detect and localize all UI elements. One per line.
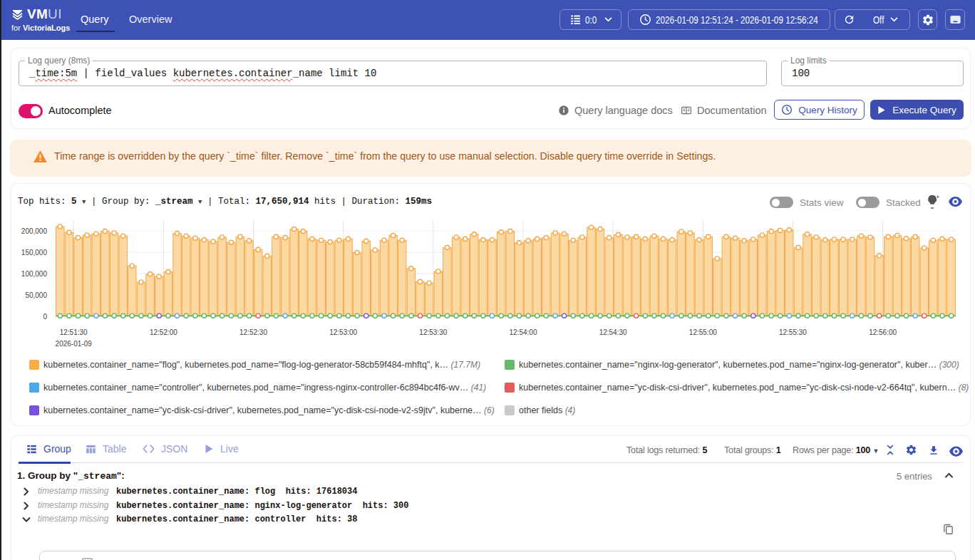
- svg-text:12:53:00: 12:53:00: [329, 328, 357, 336]
- svg-text:12:52:00: 12:52:00: [150, 328, 177, 336]
- svg-text:200,000: 200,000: [21, 227, 48, 235]
- svg-text:12:51:30: 12:51:30: [60, 328, 88, 336]
- svg-text:12:53:30: 12:53:30: [419, 328, 447, 336]
- svg-text:12:56:00: 12:56:00: [869, 328, 897, 336]
- svg-text:150,000: 150,000: [21, 249, 48, 256]
- svg-text:100,000: 100,000: [21, 270, 48, 278]
- svg-text:50,000: 50,000: [25, 291, 47, 299]
- svg-text:2026-01-09: 2026-01-09: [56, 340, 93, 348]
- svg-text:12:52:30: 12:52:30: [239, 328, 267, 336]
- svg-text:12:54:00: 12:54:00: [510, 328, 537, 336]
- svg-text:12:55:00: 12:55:00: [689, 328, 717, 336]
- svg-text:12:55:30: 12:55:30: [779, 328, 807, 336]
- svg-text:0: 0: [43, 313, 47, 321]
- svg-text:12:54:30: 12:54:30: [599, 328, 627, 336]
